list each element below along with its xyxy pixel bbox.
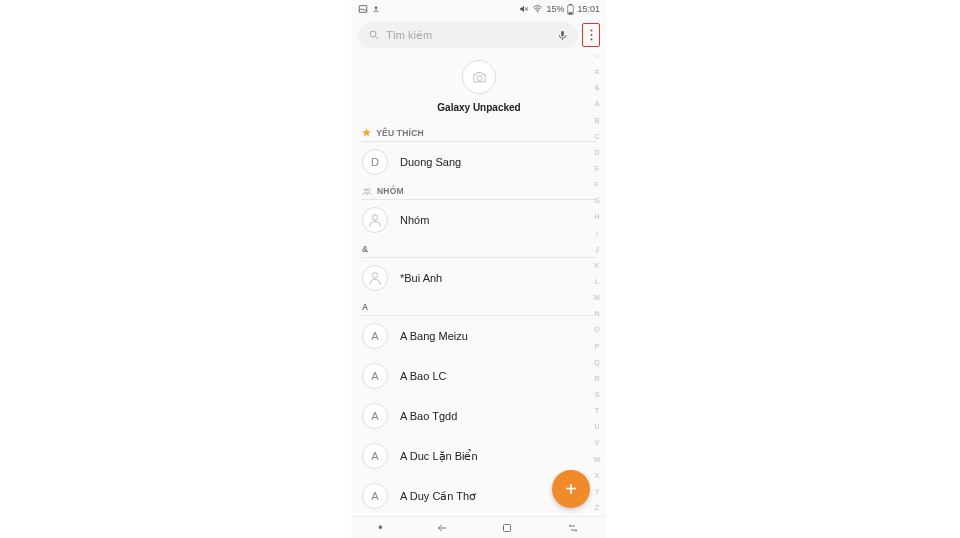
svg-line-9 [376, 37, 379, 40]
group-icon [362, 187, 372, 196]
search-icon [368, 29, 380, 41]
nav-recents-button[interactable] [566, 522, 580, 534]
contact-avatar: A [362, 323, 388, 349]
alpha-index-letter[interactable]: I [596, 230, 598, 238]
alpha-index-letter[interactable]: C [594, 133, 599, 141]
section-groups-label: NHÓM [377, 186, 404, 196]
battery-icon [567, 4, 574, 15]
svg-point-12 [590, 34, 592, 36]
battery-percent: 15% [546, 4, 564, 14]
contact-name: A Duy Cần Thơ [400, 490, 476, 503]
alpha-index-letter[interactable]: M [594, 294, 600, 302]
section-favorites-label: YÊU THÍCH [376, 128, 424, 138]
contact-avatar: A [362, 403, 388, 429]
plus-icon: + [565, 478, 577, 501]
nav-home-button[interactable] [501, 522, 513, 534]
contact-row[interactable]: Nhóm [362, 200, 596, 240]
image-icon [358, 4, 368, 14]
contact-name: A Bao LC [400, 370, 446, 382]
svg-point-4 [537, 11, 538, 12]
clock: 15:01 [577, 4, 600, 14]
contact-row[interactable]: A A Duc Lặn Biển [362, 436, 596, 476]
alpha-index-letter[interactable]: K [595, 262, 600, 270]
svg-rect-1 [374, 11, 379, 12]
contact-row[interactable]: D Duong Sang [362, 142, 596, 182]
contact-avatar: A [362, 443, 388, 469]
person-icon [367, 270, 383, 286]
alpha-index-letter[interactable]: G [594, 197, 599, 205]
section-favorites: ★ YÊU THÍCH [362, 123, 596, 142]
star-icon: ★ [362, 127, 371, 138]
alpha-index-letter[interactable]: S [595, 391, 600, 399]
svg-point-18 [372, 273, 377, 278]
profile-avatar[interactable] [462, 60, 496, 94]
alpha-index-letter[interactable]: B [595, 117, 600, 125]
search-input[interactable]: Tìm kiếm [358, 22, 578, 48]
section-amp: & [362, 240, 596, 258]
contact-name: *Bui Anh [400, 272, 442, 284]
svg-point-17 [372, 215, 377, 220]
contact-row[interactable]: A A Bao Tgdd [362, 396, 596, 436]
alpha-index-letter[interactable]: Q [594, 359, 599, 367]
profile-title: Galaxy Unpacked [437, 102, 520, 113]
alpha-index-letter[interactable]: R [594, 375, 599, 383]
contact-avatar [362, 207, 388, 233]
alpha-index-letter[interactable]: X [595, 472, 600, 480]
contact-row[interactable]: *Bui Anh [362, 258, 596, 298]
section-groups: NHÓM [362, 182, 596, 200]
alpha-index-letter[interactable]: ☆ [594, 52, 600, 60]
alpha-index-letter[interactable]: F [595, 181, 599, 189]
alpha-index-letter[interactable]: H [594, 213, 599, 221]
alpha-index-letter[interactable]: Y [595, 488, 600, 496]
alpha-index-letter[interactable]: Z [595, 504, 599, 512]
alpha-index-letter[interactable]: A [595, 100, 600, 108]
alpha-index-letter[interactable]: U [594, 423, 599, 431]
status-bar: 15% 15:01 [352, 0, 606, 18]
contact-name: Duong Sang [400, 156, 461, 168]
svg-rect-7 [569, 12, 573, 14]
svg-point-13 [590, 39, 592, 41]
alpha-index-letter[interactable]: L [595, 278, 599, 286]
alpha-index-letter[interactable]: J [595, 246, 599, 254]
contact-name: A Duc Lặn Biển [400, 450, 478, 463]
my-profile[interactable]: Galaxy Unpacked [352, 54, 606, 123]
svg-rect-10 [561, 30, 564, 36]
svg-point-16 [367, 188, 370, 191]
alpha-index-letter[interactable]: V [595, 439, 600, 447]
more-vertical-icon [590, 28, 593, 42]
contacts-list[interactable]: ★ YÊU THÍCH D Duong Sang NHÓM Nhóm & *Bu… [352, 123, 606, 525]
alpha-index-letter[interactable]: W [594, 456, 601, 464]
android-nav-bar: • [352, 516, 606, 538]
alpha-index-letter[interactable]: T [595, 407, 599, 415]
alpha-index-letter[interactable]: D [594, 149, 599, 157]
contact-avatar: D [362, 149, 388, 175]
svg-rect-19 [504, 524, 511, 531]
add-contact-fab[interactable]: + [552, 470, 590, 508]
alpha-index[interactable]: ☆#&ABCDEFGHIJKLMNOPQRSTUVWXYZ [591, 52, 603, 512]
alpha-index-letter[interactable]: # [595, 68, 599, 76]
contact-name: A Bang Meizu [400, 330, 468, 342]
alpha-index-letter[interactable]: E [595, 165, 600, 173]
svg-point-14 [477, 75, 482, 80]
person-icon [367, 212, 383, 228]
mic-icon[interactable] [557, 29, 568, 42]
search-placeholder: Tìm kiếm [386, 29, 432, 42]
svg-point-8 [370, 31, 376, 37]
section-a-label: A [362, 302, 368, 312]
search-row: Tìm kiếm [352, 18, 606, 54]
contact-name: A Bao Tgdd [400, 410, 457, 422]
alpha-index-letter[interactable]: & [595, 84, 600, 92]
contact-row[interactable]: A A Bao LC [362, 356, 596, 396]
svg-point-15 [364, 188, 367, 191]
contact-row[interactable]: A A Bang Meizu [362, 316, 596, 356]
contact-name: Nhóm [400, 214, 429, 226]
alpha-index-letter[interactable]: O [594, 326, 599, 334]
alpha-index-letter[interactable]: P [595, 343, 600, 351]
wifi-icon [532, 4, 543, 14]
svg-rect-6 [570, 4, 572, 5]
more-options-button[interactable] [582, 23, 600, 47]
nav-back-button[interactable] [435, 522, 449, 534]
section-a: A [362, 298, 596, 316]
nav-dot[interactable]: • [378, 521, 382, 535]
alpha-index-letter[interactable]: N [594, 310, 599, 318]
